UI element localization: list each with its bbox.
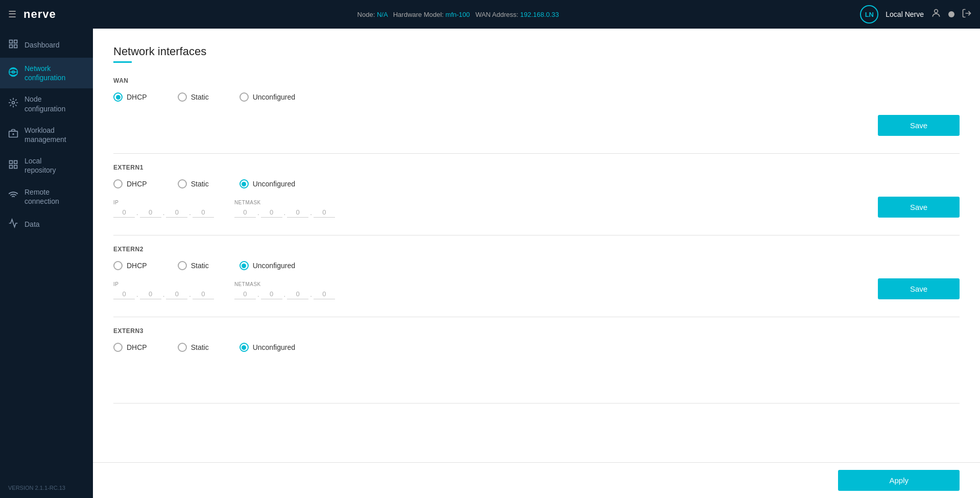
extern2-netmask-field-3[interactable]	[287, 289, 308, 299]
sidebar-item-data[interactable]: Data	[0, 212, 93, 237]
extern2-unconfigured-option[interactable]: Unconfigured	[240, 261, 295, 270]
topbar-info: Node: N/A Hardware Model: mfn-100 WAN Ad…	[56, 11, 861, 18]
section-extern1: EXTERN1 DHCP Static Unconfigured	[113, 164, 960, 235]
extern1-nm-dot-1: .	[257, 209, 259, 218]
extern2-ip-field-1[interactable]	[113, 289, 135, 299]
wan-save-row: Save	[113, 110, 960, 141]
extern2-nm-dot-1: .	[257, 291, 259, 299]
extern2-ip-field-3[interactable]	[166, 289, 187, 299]
extern2-static-option[interactable]: Static	[178, 261, 209, 270]
extern1-netmask-group: NETMASK . . .	[234, 200, 335, 218]
extern1-netmask-field-3[interactable]	[287, 207, 308, 218]
wan-dhcp-radio[interactable]	[113, 92, 123, 102]
svg-point-0	[935, 9, 938, 13]
extern2-netmask-field-2[interactable]	[261, 289, 282, 299]
svg-rect-12	[10, 165, 13, 168]
extern3-unconfigured-option[interactable]: Unconfigured	[240, 343, 295, 352]
wan-label: WAN Address:	[475, 11, 518, 18]
section-title-wan: WAN	[113, 77, 960, 84]
menu-icon[interactable]: ☰	[8, 9, 16, 20]
extern1-netmask-field-4[interactable]	[314, 207, 335, 218]
extern1-dhcp-label: DHCP	[127, 180, 147, 188]
extern2-netmask-field-1[interactable]	[234, 289, 256, 299]
wan-dhcp-option[interactable]: DHCP	[113, 92, 147, 102]
extern1-netmask-field-1[interactable]	[234, 207, 256, 218]
local-nerve-label: Local Nerve	[886, 10, 924, 18]
extern2-netmask-fields: . . .	[234, 289, 335, 299]
dashboard-icon	[8, 39, 18, 52]
extern1-ip-field-2[interactable]	[140, 207, 161, 218]
extern2-dhcp-radio[interactable]	[113, 261, 123, 270]
extern2-dhcp-label: DHCP	[127, 262, 147, 270]
extern1-ip-field-3[interactable]	[166, 207, 187, 218]
apply-button[interactable]: Apply	[838, 470, 960, 491]
extern2-ip-field-4[interactable]	[193, 289, 214, 299]
extern1-ip-dot-3: .	[189, 209, 191, 218]
wan-save-button[interactable]: Save	[878, 115, 960, 136]
extern1-ip-fields: . . .	[113, 207, 214, 218]
extern1-ip-dot-2: .	[163, 209, 165, 218]
sidebar-item-dashboard[interactable]: Dashboard	[0, 33, 93, 58]
extern1-dhcp-radio[interactable]	[113, 179, 123, 188]
workload-icon	[8, 128, 18, 141]
extern3-static-radio[interactable]	[178, 343, 187, 352]
sidebar-item-remote-connection[interactable]: Remoteconnection	[0, 181, 93, 212]
wan-radio-group: DHCP Static Unconfigured	[113, 92, 960, 102]
extern1-ip-field-1[interactable]	[113, 207, 135, 218]
extern2-netmask-label: NETMASK	[234, 281, 335, 287]
extern3-static-option[interactable]: Static	[178, 343, 209, 352]
svg-point-6	[12, 102, 15, 104]
extern2-dhcp-option[interactable]: DHCP	[113, 261, 147, 270]
sidebar-label-data: Data	[25, 220, 40, 229]
page-title: Network interfaces	[113, 45, 960, 58]
section-title-extern1: EXTERN1	[113, 164, 960, 171]
extern2-static-label: Static	[191, 262, 209, 270]
svg-rect-10	[10, 160, 13, 163]
extern1-dhcp-option[interactable]: DHCP	[113, 179, 147, 188]
sidebar-item-workload-management[interactable]: Workloadmanagement	[0, 120, 93, 150]
wan-unconfigured-option[interactable]: Unconfigured	[240, 92, 295, 102]
sidebar-label-workload-management: Workloadmanagement	[25, 126, 66, 144]
extern1-netmask-field-2[interactable]	[261, 207, 282, 218]
section-extern3: EXTERN3 DHCP Static Unconfigured	[113, 327, 960, 404]
sidebar-item-network-configuration[interactable]: Networkconfiguration	[0, 58, 93, 88]
extern2-save-button[interactable]: Save	[878, 278, 960, 299]
content-inner: Network interfaces WAN DHCP Static	[93, 29, 980, 498]
node-value: N/A	[377, 11, 388, 18]
wan-static-radio[interactable]	[178, 92, 187, 102]
extern1-static-radio[interactable]	[178, 179, 187, 188]
extern1-ip-row: IP . . . NETMASK	[113, 197, 960, 218]
extern2-netmask-field-4[interactable]	[314, 289, 335, 299]
page-title-underline	[113, 61, 132, 63]
extern3-dhcp-radio[interactable]	[113, 343, 123, 352]
wan-unconfigured-radio[interactable]	[240, 92, 249, 102]
extern1-save-button[interactable]: Save	[878, 197, 960, 218]
extern1-netmask-label: NETMASK	[234, 200, 335, 205]
extern2-ip-field-2[interactable]	[140, 289, 161, 299]
extern2-unconfigured-radio[interactable]	[240, 261, 249, 270]
extern1-static-option[interactable]: Static	[178, 179, 209, 188]
extern1-unconfigured-label: Unconfigured	[253, 180, 295, 188]
extern1-ip-field-4[interactable]	[193, 207, 214, 218]
user-icon[interactable]	[931, 8, 941, 21]
wan-dhcp-label: DHCP	[127, 93, 147, 101]
extern2-static-radio[interactable]	[178, 261, 187, 270]
repository-icon	[8, 159, 18, 172]
extern1-radio-group: DHCP Static Unconfigured	[113, 179, 960, 188]
data-icon	[8, 218, 18, 231]
extern1-unconfigured-radio[interactable]	[240, 179, 249, 188]
extern1-netmask-fields: . . .	[234, 207, 335, 218]
extern3-dhcp-option[interactable]: DHCP	[113, 343, 147, 352]
wan-static-option[interactable]: Static	[178, 92, 209, 102]
logout-icon[interactable]	[962, 8, 972, 21]
extern3-unconfigured-radio[interactable]	[240, 343, 249, 352]
svg-rect-2	[14, 40, 17, 43]
sidebar-item-node-configuration[interactable]: Nodeconfiguration	[0, 88, 93, 119]
wan-unconfigured-label: Unconfigured	[253, 93, 295, 101]
sidebar-version: VERSION 2.1.1-RC.13	[0, 478, 93, 498]
hardware-value: mfn-100	[445, 11, 470, 18]
extern1-unconfigured-option[interactable]: Unconfigured	[240, 179, 295, 188]
extern2-netmask-group: NETMASK . . .	[234, 281, 335, 299]
sidebar-item-local-repository[interactable]: Localrepository	[0, 150, 93, 181]
extern3-dhcp-label: DHCP	[127, 343, 147, 351]
